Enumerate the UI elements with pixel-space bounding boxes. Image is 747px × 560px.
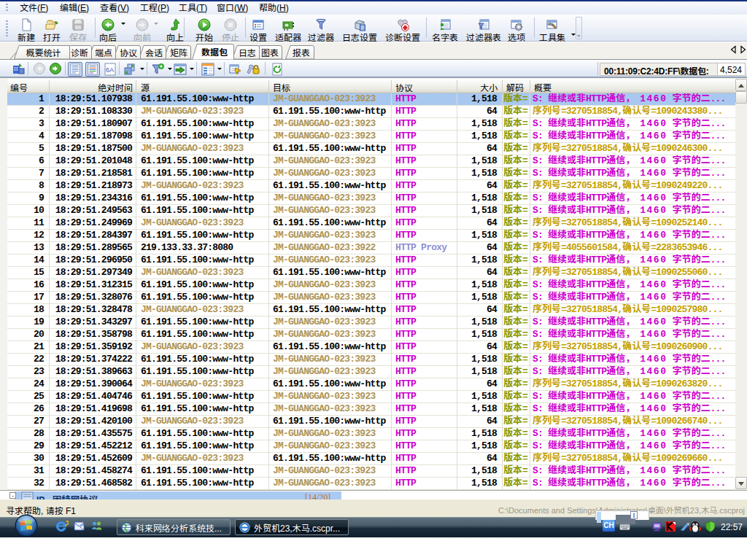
svg-text:6A: 6A: [106, 66, 114, 74]
